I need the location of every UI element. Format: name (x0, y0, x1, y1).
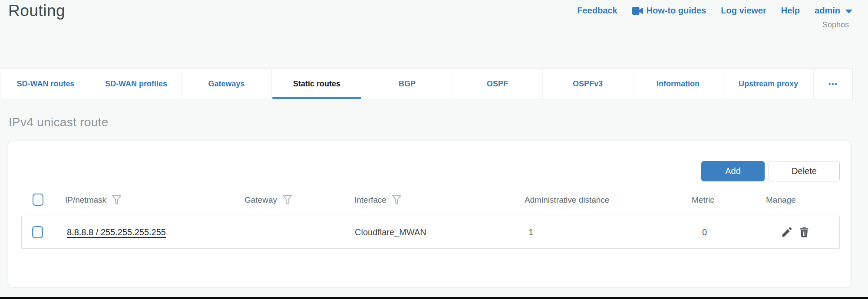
column-label: Administrative distance (525, 195, 609, 205)
column-header-ip-netmask: IP/netmask (65, 190, 122, 210)
cell-interface: Cloudflare_MWAN (355, 216, 426, 248)
filter-icon[interactable] (112, 194, 122, 206)
tab-gateways[interactable]: Gateways (181, 69, 271, 99)
row-checkbox[interactable] (32, 226, 43, 238)
column-header-manage: Manage (766, 190, 796, 210)
edit-icon[interactable] (781, 226, 793, 238)
more-tabs-icon[interactable]: ••• (813, 69, 853, 99)
column-header-administrative-distance: Administrative distance (525, 190, 609, 210)
column-header-metric: Metric (692, 190, 714, 210)
tab-sd-wan-profiles[interactable]: SD-WAN profiles (91, 69, 181, 99)
column-label: IP/netmask (65, 195, 106, 205)
user-menu[interactable]: admin (815, 6, 852, 16)
add-button[interactable]: Add (701, 161, 765, 181)
routing-tabbar: SD-WAN routes SD-WAN profiles Gateways S… (0, 69, 853, 99)
cell-administrative-distance: 1 (528, 216, 533, 248)
howto-guides-link[interactable]: How-to guides (632, 6, 706, 16)
log-viewer-link[interactable]: Log viewer (721, 6, 766, 16)
tab-bgp[interactable]: BGP (362, 69, 452, 99)
trash-icon[interactable] (798, 226, 810, 238)
column-label: Gateway (244, 195, 277, 205)
filter-icon[interactable] (282, 194, 292, 206)
column-header-interface: Interface (354, 190, 402, 210)
chevron-down-icon (845, 10, 852, 13)
section-heading: IPv4 unicast route (9, 115, 109, 129)
tab-static-routes[interactable]: Static routes (271, 69, 362, 99)
cell-metric: 0 (702, 216, 707, 248)
ipv4-unicast-route-panel: Add Delete IP/netmask Gateway Interface … (8, 141, 851, 287)
brand-label: Sophos (822, 20, 849, 30)
filter-icon[interactable] (392, 194, 402, 206)
tab-information[interactable]: Information (633, 69, 723, 99)
feedback-link[interactable]: Feedback (577, 6, 617, 16)
ip-netmask-link[interactable]: 8.8.8.8 / 255.255.255.255 (67, 227, 166, 237)
select-all-checkbox[interactable] (33, 194, 43, 206)
cell-manage (781, 216, 810, 248)
column-header-gateway: Gateway (244, 190, 292, 210)
howto-guides-label: How-to guides (647, 6, 706, 16)
user-menu-label: admin (815, 6, 840, 16)
tab-upstream-proxy[interactable]: Upstream proxy (723, 69, 813, 99)
help-link[interactable]: Help (781, 6, 800, 16)
window-bottom-edge (0, 297, 868, 299)
cell-ip-netmask: 8.8.8.8 / 255.255.255.255 (67, 216, 166, 248)
column-label: Manage (766, 195, 796, 205)
video-camera-icon (632, 7, 643, 15)
tab-sd-wan-routes[interactable]: SD-WAN routes (0, 69, 91, 99)
top-navigation: Feedback How-to guides Log viewer Help a… (577, 6, 852, 16)
tab-ospfv3[interactable]: OSPFv3 (542, 69, 633, 99)
table-row: 8.8.8.8 / 255.255.255.255 Cloudflare_MWA… (21, 216, 840, 249)
tab-ospf[interactable]: OSPF (452, 69, 542, 99)
column-label: Interface (354, 195, 386, 205)
delete-button[interactable]: Delete (769, 161, 840, 181)
page-title: Routing (8, 2, 65, 20)
table-header: IP/netmask Gateway Interface Administrat… (8, 190, 851, 210)
column-label: Metric (692, 195, 714, 205)
